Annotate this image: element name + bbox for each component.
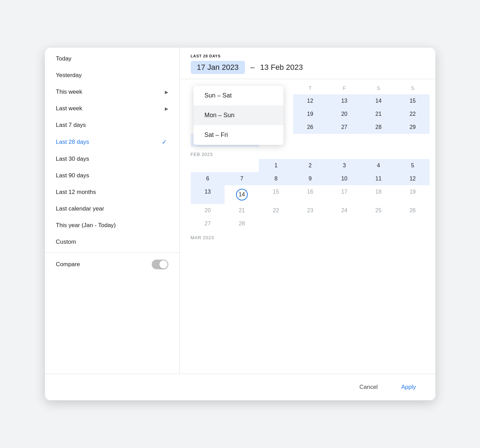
calendar-day [327, 134, 361, 147]
date-range-row: 17 Jan 2023 – 13 Feb 2023 [191, 61, 424, 74]
left-item-last-7-days[interactable]: Last 7 days [45, 117, 179, 133]
calendar-day [293, 217, 327, 230]
calendar-day[interactable]: 14 [361, 94, 396, 108]
calendar-day[interactable]: 7 [225, 172, 259, 185]
calendar-day[interactable]: 10 [327, 172, 361, 185]
calendar-day[interactable]: 14 [225, 185, 259, 204]
left-item-last-calendar-year[interactable]: Last calendar year [45, 200, 179, 217]
compare-row: Compare [45, 255, 179, 274]
calendar-day[interactable]: 3 [327, 159, 361, 172]
left-item-label: Last 28 days [56, 139, 89, 146]
left-item-custom[interactable]: Custom [45, 234, 179, 250]
calendar-day[interactable]: 20 [191, 204, 225, 217]
calendar-day[interactable]: 18 [361, 185, 396, 204]
calendar-day[interactable]: 15 [396, 94, 430, 108]
calendar-day[interactable]: 11 [361, 172, 396, 185]
calendar-day [191, 159, 225, 172]
week-header-cell: F [327, 83, 361, 93]
dialog-footer: Cancel Apply [45, 374, 435, 400]
calendar-day[interactable]: 16 [293, 185, 327, 204]
calendar-day[interactable]: 24 [327, 204, 361, 217]
dialog-body: TodayYesterdayThis week▶Last week▶Last 7… [45, 48, 435, 374]
left-item-label: This year (Jan - Today) [56, 222, 116, 229]
calendar-day [361, 217, 396, 230]
calendar-day[interactable]: 17 [327, 185, 361, 204]
left-panel: TodayYesterdayThis week▶Last week▶Last 7… [45, 48, 180, 374]
calendar-day[interactable]: 22 [396, 108, 430, 121]
calendar-day[interactable]: 4 [361, 159, 396, 172]
calendar-day [293, 134, 327, 147]
left-item-label: Last 30 days [56, 156, 89, 162]
calendar-day [396, 134, 430, 147]
arrow-right-icon: ▶ [165, 106, 168, 111]
calendar-day[interactable]: 21 [225, 204, 259, 217]
calendar-day[interactable]: 15 [259, 185, 293, 204]
range-label: LAST 28 DAYS [191, 54, 424, 58]
calendar-day[interactable]: 12 [293, 94, 327, 108]
left-item-label: Last 12 months [56, 189, 96, 196]
calendar-day[interactable]: 23 [293, 204, 327, 217]
calendar-day [361, 134, 396, 147]
left-item-this-year[interactable]: This year (Jan - Today) [45, 217, 179, 234]
cancel-button[interactable]: Cancel [351, 380, 386, 394]
calendar-day[interactable]: 6 [191, 172, 225, 185]
calendar-day[interactable]: 12 [396, 172, 430, 185]
week-header-cell: S [396, 83, 430, 93]
calendar-day[interactable]: 9 [293, 172, 327, 185]
left-item-label: Custom [56, 239, 76, 245]
left-item-last-90-days[interactable]: Last 90 days [45, 167, 179, 184]
calendar-day[interactable]: 21 [361, 108, 396, 121]
calendar-day[interactable]: 5 [396, 159, 430, 172]
calendar-day[interactable]: 26 [396, 204, 430, 217]
left-item-last-28-days[interactable]: Last 28 days✓ [45, 133, 179, 151]
left-item-today[interactable]: Today [45, 50, 179, 67]
left-item-yesterday[interactable]: Yesterday [45, 67, 179, 84]
calendar-day[interactable]: 1 [259, 159, 293, 172]
arrow-right-icon: ▶ [165, 90, 168, 95]
calendar-day[interactable]: 22 [259, 204, 293, 217]
compare-label: Compare [56, 261, 80, 268]
calendar-day[interactable]: 28 [225, 217, 259, 230]
end-date: 13 Feb 2023 [260, 63, 303, 72]
left-item-label: Today [56, 55, 72, 62]
dropdown-item-sun-sat[interactable]: Sun – Sat [194, 86, 283, 105]
compare-toggle[interactable] [152, 260, 168, 269]
calendar-day[interactable]: 2 [293, 159, 327, 172]
left-item-last-12-months[interactable]: Last 12 months [45, 184, 179, 200]
calendar-day [327, 217, 361, 230]
left-item-label: Last calendar year [56, 205, 104, 212]
week-header-cell: T [293, 83, 327, 93]
calendar-day[interactable]: 26 [293, 121, 327, 134]
month-label: MAR 2023 [191, 230, 430, 242]
month-label: FEB 2023 [191, 147, 430, 159]
calendar-day [259, 217, 293, 230]
calendar-day[interactable]: 8 [259, 172, 293, 185]
calendar-day[interactable]: 28 [361, 121, 396, 134]
date-picker-dialog: TodayYesterdayThis week▶Last week▶Last 7… [45, 48, 435, 400]
date-separator: – [251, 63, 255, 72]
calendar-day [396, 217, 430, 230]
calendar-day[interactable]: 25 [361, 204, 396, 217]
left-item-label: Last 90 days [56, 172, 89, 179]
apply-button[interactable]: Apply [393, 380, 424, 394]
left-item-label: This week [56, 88, 83, 95]
dropdown-item-sat-fri[interactable]: Sat – Fri [194, 125, 283, 145]
calendar-day[interactable]: 19 [293, 108, 327, 121]
toggle-knob [159, 260, 168, 269]
left-item-label: Last week [56, 105, 83, 112]
calendar-day[interactable]: 13 [327, 94, 361, 108]
calendar-day[interactable]: 13 [191, 185, 225, 204]
calendar-day[interactable]: 29 [396, 121, 430, 134]
week-header-cell: S [361, 83, 396, 93]
week-start-dropdown[interactable]: Sun – SatMon – SunSat – Fri [194, 86, 283, 145]
calendar-day[interactable]: 27 [327, 121, 361, 134]
calendar-day[interactable]: 27 [191, 217, 225, 230]
calendar-day[interactable]: 19 [396, 185, 430, 204]
dropdown-item-mon-sun[interactable]: Mon – Sun [194, 105, 283, 125]
left-item-last-week[interactable]: Last week▶ [45, 100, 179, 117]
calendar-day[interactable]: 20 [327, 108, 361, 121]
left-item-this-week[interactable]: This week▶ [45, 84, 179, 100]
right-panel: LAST 28 DAYS 17 Jan 2023 – 13 Feb 2023 M… [180, 48, 435, 374]
start-date-chip[interactable]: 17 Jan 2023 [191, 61, 245, 74]
left-item-last-30-days[interactable]: Last 30 days [45, 151, 179, 167]
